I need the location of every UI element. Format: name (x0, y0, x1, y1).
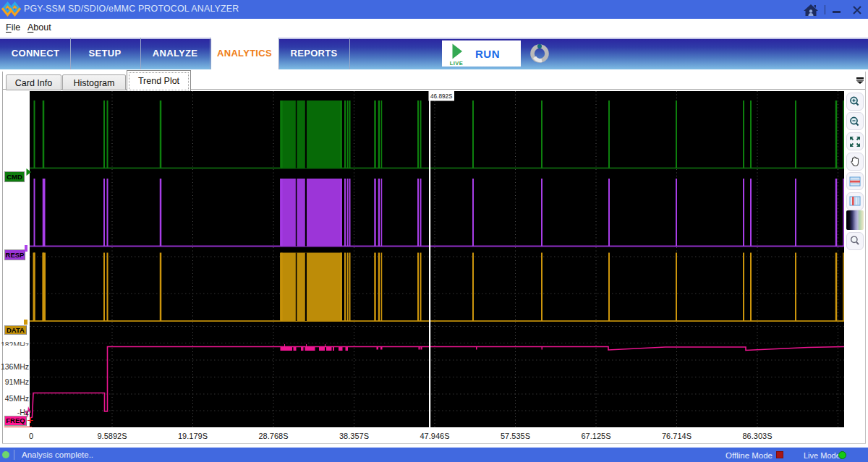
svg-text:46.892S: 46.892S (430, 93, 453, 100)
